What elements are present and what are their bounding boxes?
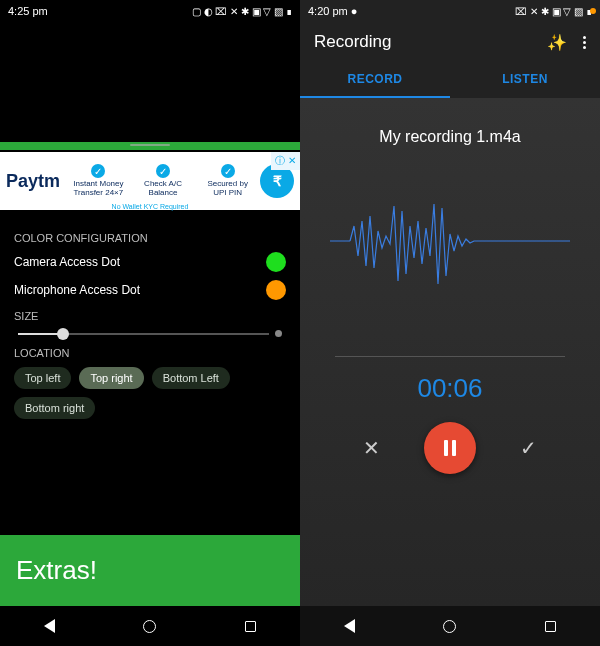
chip-top-left[interactable]: Top left (14, 367, 71, 389)
status-bar: 4:25 pm ▢ ◐ ⌧ ✕ ✱ ▣ ▽ ▧ ∎ (0, 0, 300, 22)
phone-right: 4:20 pm ● ⌧ ✕ ✱ ▣ ▽ ▧ ∎ Recording ✨ RECO… (300, 0, 600, 646)
recording-controls: ✕ ✓ (363, 422, 537, 474)
size-slider[interactable] (18, 330, 282, 337)
status-icons: ⌧ ✕ ✱ ▣ ▽ ▧ ∎ (515, 6, 592, 17)
chip-bottom-right[interactable]: Bottom right (14, 397, 95, 419)
slider-thumb[interactable] (57, 328, 69, 340)
cancel-button[interactable]: ✕ (363, 436, 380, 460)
status-icons: ▢ ◐ ⌧ ✕ ✱ ▣ ▽ ▧ ∎ (192, 6, 292, 17)
tab-bar: RECORD LISTEN (300, 62, 600, 98)
done-button[interactable]: ✓ (520, 436, 537, 460)
row-camera-dot[interactable]: Camera Access Dot (14, 252, 286, 272)
section-location-title: LOCATION (14, 347, 286, 359)
pause-record-button[interactable] (424, 422, 476, 474)
overflow-menu-icon[interactable] (583, 36, 586, 49)
ad-col-1: ✓Instant MoneyTransfer 24×7 (66, 164, 131, 198)
ad-close[interactable]: ⓘ ✕ (271, 152, 300, 170)
ad-footer: No Wallet KYC Required (0, 203, 300, 210)
preview-area (0, 22, 300, 142)
nav-bar (300, 606, 600, 646)
nav-home-icon[interactable] (143, 620, 156, 633)
app-title: Recording (314, 32, 392, 52)
sheet-handle[interactable] (0, 142, 300, 150)
ad-col-3: ✓Secured byUPI PIN (195, 164, 260, 198)
recording-timer: 00:06 (417, 373, 482, 404)
recording-filename: My recording 1.m4a (379, 128, 520, 146)
nav-recent-icon[interactable] (245, 621, 256, 632)
location-chips: Top left Top right Bottom Left Bottom ri… (14, 367, 286, 419)
section-color-title: COLOR CONFIGURATION (14, 232, 286, 244)
slider-track[interactable] (18, 333, 269, 335)
chip-top-right[interactable]: Top right (79, 367, 143, 389)
mic-dot-color[interactable] (266, 280, 286, 300)
extras-banner[interactable]: Extras! (0, 535, 300, 606)
camera-dot-color[interactable] (266, 252, 286, 272)
section-size-title: SIZE (14, 310, 286, 322)
slider-max-dot (275, 330, 282, 337)
divider (335, 356, 565, 357)
recording-body: My recording 1.m4a 00:06 ✕ ✓ (300, 98, 600, 606)
settings-panel: COLOR CONFIGURATION Camera Access Dot Mi… (0, 212, 300, 535)
status-time: 4:25 pm (8, 5, 48, 17)
tab-listen[interactable]: LISTEN (450, 62, 600, 98)
magic-wand-icon[interactable]: ✨ (547, 33, 567, 52)
status-time: 4:20 pm ● (308, 5, 357, 17)
ad-banner[interactable]: Paytm ✓Instant MoneyTransfer 24×7 ✓Check… (0, 152, 300, 210)
ad-col-2: ✓Check A/CBalance (131, 164, 196, 198)
status-bar: 4:20 pm ● ⌧ ✕ ✱ ▣ ▽ ▧ ∎ (300, 0, 600, 22)
tab-record[interactable]: RECORD (300, 62, 450, 98)
phone-left: 4:25 pm ▢ ◐ ⌧ ✕ ✱ ▣ ▽ ▧ ∎ Paytm ✓Instant… (0, 0, 300, 646)
nav-bar (0, 606, 300, 646)
nav-home-icon[interactable] (443, 620, 456, 633)
pause-icon (444, 440, 456, 456)
mic-dot-label: Microphone Access Dot (14, 283, 140, 297)
app-bar: Recording ✨ (300, 22, 600, 62)
nav-back-icon[interactable] (344, 619, 355, 633)
ad-brand: Paytm (6, 171, 66, 192)
nav-back-icon[interactable] (44, 619, 55, 633)
row-mic-dot[interactable]: Microphone Access Dot (14, 280, 286, 300)
chip-bottom-left[interactable]: Bottom Left (152, 367, 230, 389)
waveform (330, 186, 570, 296)
nav-recent-icon[interactable] (545, 621, 556, 632)
camera-dot-label: Camera Access Dot (14, 255, 120, 269)
mic-access-dot-indicator (590, 8, 596, 14)
